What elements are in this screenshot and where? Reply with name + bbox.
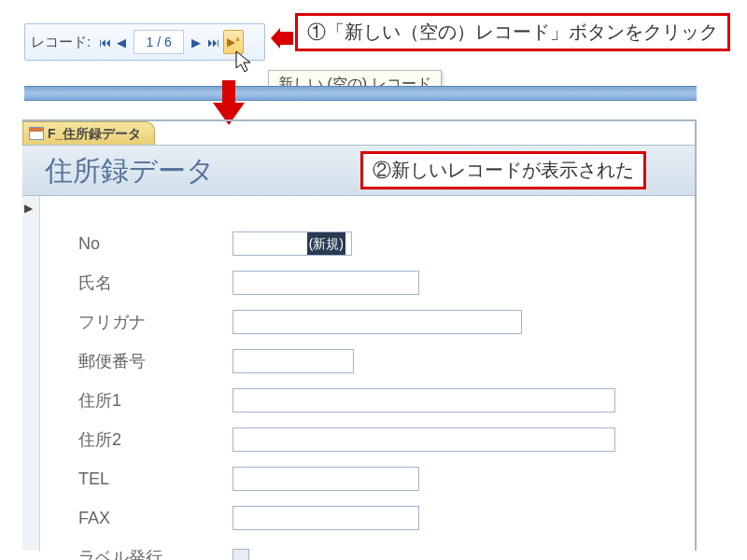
mouse-cursor-icon [236, 51, 255, 76]
field-row-kana: フリガナ [78, 302, 667, 342]
form-tab-icon [29, 127, 44, 140]
record-position[interactable]: 1 / 6 [134, 30, 184, 54]
form-window: F_住所録データ 住所録データ ②新しいレコードが表示された ▶ No (新規) [22, 119, 697, 551]
field-row-tel: TEL [78, 459, 667, 498]
form-header-title: 住所録データ [45, 155, 215, 186]
labelout-checkbox[interactable] [233, 549, 249, 560]
no-value: (新規) [307, 232, 345, 255]
field-row-fax: FAX [78, 498, 667, 538]
svg-marker-0 [236, 51, 250, 72]
field-row-name: 氏名 [78, 263, 667, 302]
nav-first-button[interactable]: ⏮ [96, 30, 113, 54]
field-label-kana: フリガナ [78, 311, 233, 333]
callout-arrow-1-icon [271, 28, 293, 49]
callout-1: ①「新しい（空の）レコード」ボタンをクリック [295, 13, 730, 51]
field-row-no: No (新規) [78, 224, 667, 263]
record-label: レコード: [31, 34, 91, 51]
addr2-input[interactable] [233, 427, 615, 452]
kana-input[interactable] [233, 310, 522, 334]
field-label-tel: TEL [78, 469, 233, 489]
field-label-name: 氏名 [78, 272, 233, 294]
no-input[interactable]: (新規) [233, 231, 352, 256]
name-input[interactable] [233, 271, 419, 295]
callout-2: ②新しいレコードが表示された [360, 151, 646, 189]
record-selector[interactable]: ▶ [22, 196, 40, 551]
nav-last-button[interactable]: ⏭ [204, 30, 221, 54]
nav-prev-button[interactable]: ◀ [113, 30, 130, 54]
field-row-zip: 郵便番号 [78, 342, 667, 381]
field-row-addr2: 住所2 [78, 420, 667, 459]
zip-input[interactable] [233, 349, 354, 373]
callout-2-text: ②新しいレコードが表示された [373, 160, 634, 180]
screenshot-root: レコード: ⏮ ◀ 1 / 6 ▶ ⏭ ▶* ①「新しい（空の）レコード」ボタン… [0, 0, 747, 560]
field-list: No (新規) 氏名 フリガナ 郵便番号 [78, 224, 667, 560]
record-selector-icon: ▶ [24, 202, 33, 215]
field-label-fax: FAX [78, 509, 233, 528]
field-label-zip: 郵便番号 [78, 350, 233, 372]
svg-marker-1 [271, 28, 293, 49]
callout-arrow-2-icon [213, 80, 245, 125]
addr1-input[interactable] [233, 388, 615, 413]
new-record-icon: ▶* [227, 35, 240, 49]
tel-input[interactable] [233, 467, 419, 491]
field-label-addr1: 住所1 [78, 389, 233, 412]
record-nav-bar: レコード: ⏮ ◀ 1 / 6 ▶ ⏭ ▶* [24, 23, 265, 61]
field-label-addr2: 住所2 [78, 428, 233, 451]
form-body: ▶ No (新規) 氏名 フリガナ 郵便番号 [22, 195, 695, 551]
form-tab-title: F_住所録データ [48, 126, 141, 141]
form-tab[interactable]: F_住所録データ [22, 121, 155, 145]
svg-marker-2 [213, 80, 245, 125]
nav-next-button[interactable]: ▶ [188, 30, 204, 54]
field-row-addr1: 住所1 [78, 381, 667, 420]
fax-input[interactable] [233, 506, 419, 530]
field-label-labelout: ラベル発行 [78, 546, 233, 560]
callout-1-text: ①「新しい（空の）レコード」ボタンをクリック [307, 21, 718, 42]
field-row-labelout: ラベル発行 [78, 538, 667, 560]
divider-strip [24, 86, 697, 101]
field-label-no: No [78, 234, 233, 254]
